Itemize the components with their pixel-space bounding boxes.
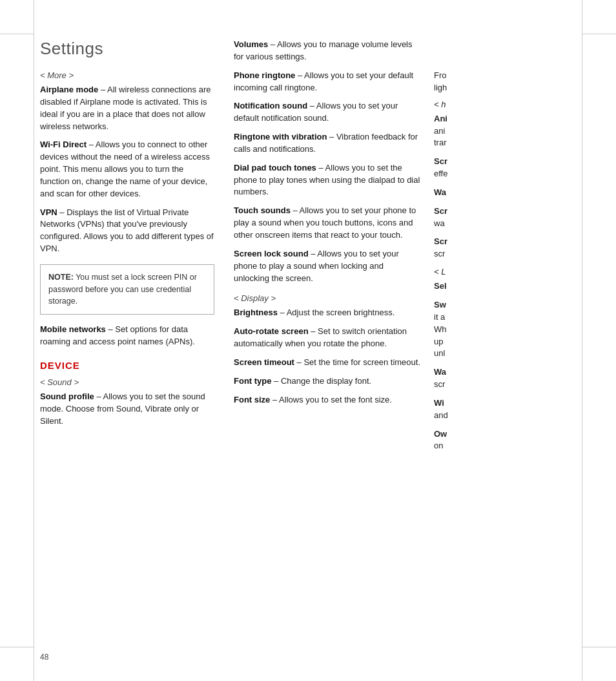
wifi-direct-entry: Wi-Fi Direct – Allows you to connect to …	[40, 139, 214, 200]
screen-timeout-entry: Screen timeout – Set the time for screen…	[234, 357, 421, 369]
sound-profile-title: Sound profile	[40, 392, 94, 401]
screen-timeout-desc: – Set the time for screen timeout.	[294, 357, 420, 367]
ringtone-vibration-entry: Ringtone with vibration – Vibration feed…	[234, 131, 421, 156]
right-section-l: < L	[434, 267, 576, 277]
notification-sound-title: Notification sound	[234, 101, 307, 110]
touch-sounds-title: Touch sounds	[234, 205, 291, 215]
font-size-entry: Font size – Allows you to set the font s…	[234, 394, 421, 406]
dialpad-tones-title: Dial pad touch tones	[234, 163, 316, 173]
right-scr-entry3: Scr scr	[434, 236, 576, 260]
touch-sounds-entry: Touch sounds – Allows you to set your ph…	[234, 205, 421, 242]
volumes-title: Volumes	[234, 39, 268, 49]
brightness-entry: Brightness – Adjust the screen brightnes…	[234, 307, 421, 319]
font-type-entry: Font type – Change the display font.	[234, 375, 421, 388]
right-column: Fro ligh < h Ani ani trar Scr effe Wa Sc…	[427, 39, 576, 459]
right-ow-entry: Ow on	[434, 428, 576, 453]
brightness-title: Brightness	[234, 308, 278, 317]
font-size-title: Font size	[234, 395, 270, 404]
notification-sound-entry: Notification sound – Allows you to set y…	[234, 100, 421, 125]
right-ligh: ligh	[434, 83, 447, 92]
more-section-header: < More >	[40, 70, 214, 80]
device-header: DEVICE	[40, 360, 214, 371]
screen-lock-sound-entry: Screen lock sound – Allows you to set yo…	[234, 248, 421, 285]
auto-rotate-title: Auto-rotate screen	[234, 326, 309, 336]
mobile-networks-title: Mobile networks	[40, 324, 106, 334]
sound-profile-entry: Sound profile – Allows you to set the so…	[40, 391, 214, 428]
dialpad-tones-entry: Dial pad touch tones – Allows you to set…	[234, 162, 421, 199]
page-number: 48	[40, 653, 48, 662]
phone-ringtone-title: Phone ringtone	[234, 70, 295, 80]
right-section-h: < h	[434, 100, 576, 109]
font-type-title: Font type	[234, 376, 272, 386]
right-sel-entry: Sel	[434, 280, 576, 293]
airplane-mode-entry: Airplane mode – All wireless connections…	[40, 84, 214, 132]
right-wa-entry: Wa	[434, 187, 576, 199]
right-fro: Fro	[434, 70, 447, 80]
sound-section-header: < Sound >	[40, 377, 214, 387]
right-partial-1: Fro ligh	[434, 70, 576, 94]
right-scr-entry2: Scr wa	[434, 205, 576, 230]
ringtone-vibration-title: Ringtone with vibration	[234, 132, 327, 141]
right-ani-entry: Ani ani trar	[434, 113, 576, 150]
note-label: NOTE:	[48, 273, 74, 282]
vpn-title: VPN	[40, 207, 57, 217]
font-size-desc: – Allows you to set the font size.	[270, 395, 392, 404]
right-border	[582, 0, 582, 681]
right-wa2-entry: Wa scr	[434, 366, 576, 391]
bottom-line-right	[582, 647, 616, 647]
wifi-direct-title: Wi-Fi Direct	[40, 140, 87, 149]
left-border	[34, 0, 34, 681]
volumes-entry: Volumes – Allows you to manage volume le…	[234, 39, 421, 63]
left-column: Settings < More > Airplane mode – All wi…	[40, 39, 227, 459]
bottom-line-left	[0, 647, 34, 647]
screen-timeout-title: Screen timeout	[234, 357, 294, 367]
screen-lock-sound-title: Screen lock sound	[234, 249, 309, 258]
vpn-entry: VPN – Displays the list of Virtual Priva…	[40, 207, 214, 255]
right-wi-entry: Wi and	[434, 397, 576, 422]
top-line-right	[582, 34, 616, 34]
vpn-desc: – Displays the list of Virtual Private N…	[40, 207, 214, 254]
auto-rotate-entry: Auto-rotate screen – Set to switch orien…	[234, 326, 421, 350]
font-type-desc: – Change the display font.	[272, 376, 372, 386]
phone-ringtone-entry: Phone ringtone – Allows you to set your …	[234, 70, 421, 94]
right-scr-entry1: Scr effe	[434, 156, 576, 180]
page-title: Settings	[40, 39, 214, 59]
top-line-left	[0, 34, 34, 34]
note-box: NOTE: You must set a lock screen PIN or …	[40, 264, 214, 315]
mobile-networks-entry: Mobile networks – Set options for data r…	[40, 324, 214, 348]
brightness-desc: – Adjust the screen brightness.	[278, 308, 395, 317]
airplane-mode-title: Airplane mode	[40, 85, 98, 94]
right-sw-entry: Sw it a Wh up unl	[434, 299, 576, 360]
display-section-header: < Display >	[234, 293, 421, 303]
mid-column: Volumes – Allows you to manage volume le…	[227, 39, 427, 459]
